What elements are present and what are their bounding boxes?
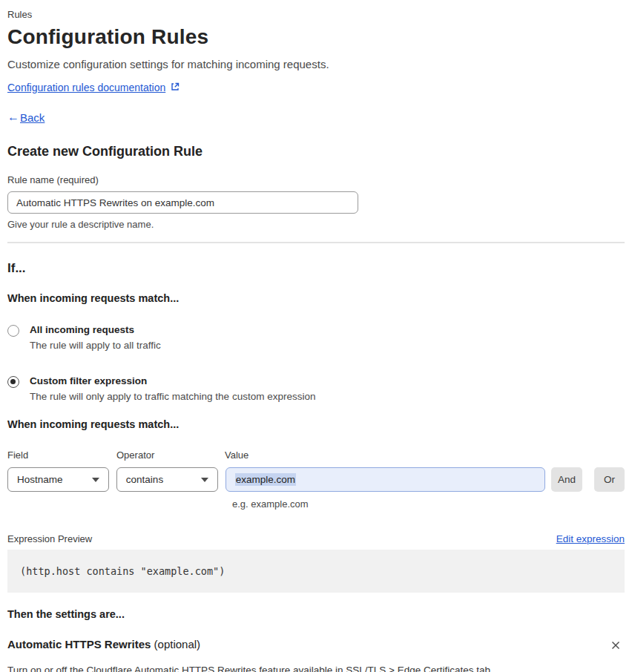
radio-custom-filter-description: The rule will only apply to traffic matc… xyxy=(30,391,315,402)
back-link[interactable]: Back xyxy=(20,111,45,124)
page-title: Configuration Rules xyxy=(7,25,625,49)
rule-name-input[interactable] xyxy=(7,191,358,214)
field-select[interactable]: Hostname xyxy=(7,467,109,492)
expression-builder: Field Operator Value Hostname contains e… xyxy=(7,449,625,510)
back-arrow-icon: ← xyxy=(7,111,19,124)
radio-option-custom-filter[interactable]: Custom filter expression The rule will o… xyxy=(7,375,625,402)
back-link-row: ← Back xyxy=(7,111,625,124)
radio-unchecked-icon[interactable] xyxy=(7,325,19,337)
chevron-down-icon xyxy=(92,478,99,482)
value-input-text: example.com xyxy=(235,473,296,486)
rule-name-label: Rule name (required) xyxy=(7,174,625,185)
expression-preview-code: (http.host contains "example.com") xyxy=(7,550,625,593)
setting-optional-tag: (optional) xyxy=(154,638,201,650)
close-icon[interactable] xyxy=(608,638,623,655)
operator-select[interactable]: contains xyxy=(116,467,218,492)
breadcrumb: Rules xyxy=(7,9,625,20)
external-link-icon xyxy=(171,82,180,93)
builder-section-title: When incoming requests match... xyxy=(7,418,625,430)
radio-all-requests-description: The rule will apply to all traffic xyxy=(30,340,161,351)
page-subtitle: Customize configuration settings for mat… xyxy=(7,58,625,70)
chevron-down-icon xyxy=(201,478,208,482)
documentation-link[interactable]: Configuration rules documentation xyxy=(7,82,165,93)
operator-select-value: contains xyxy=(126,474,163,485)
operator-label: Operator xyxy=(116,449,225,461)
radio-option-all-requests[interactable]: All incoming requests The rule will appl… xyxy=(7,324,625,351)
value-helper: e.g. example.com xyxy=(232,498,625,510)
configuration-rules-page: Rules Configuration Rules Customize conf… xyxy=(0,0,632,672)
expression-preview-header: Expression Preview Edit expression xyxy=(7,533,625,544)
documentation-link-row: Configuration rules documentation xyxy=(7,82,625,93)
setting-header: Automatic HTTPS Rewrites (optional) xyxy=(7,638,625,655)
value-label: Value xyxy=(225,449,248,461)
radio-custom-filter-label: Custom filter expression xyxy=(30,375,315,386)
create-rule-section-title: Create new Configuration Rule xyxy=(7,144,625,159)
if-section-title: If... xyxy=(7,261,625,276)
and-button[interactable]: And xyxy=(551,467,582,492)
setting-description: Turn on or off the Cloudflare Automatic … xyxy=(7,665,625,672)
field-select-value: Hostname xyxy=(17,474,63,485)
field-label: Field xyxy=(7,449,116,461)
section-divider xyxy=(7,242,625,243)
radio-all-requests-label: All incoming requests xyxy=(30,324,161,335)
value-input[interactable]: example.com xyxy=(226,467,545,492)
then-settings-title: Then the settings are... xyxy=(7,608,625,620)
setting-name: Automatic HTTPS Rewrites xyxy=(7,638,151,650)
match-section-title: When incoming requests match... xyxy=(7,292,625,304)
edit-expression-link[interactable]: Edit expression xyxy=(556,533,625,544)
or-button[interactable]: Or xyxy=(594,467,625,492)
rule-name-helper: Give your rule a descriptive name. xyxy=(7,219,625,230)
expression-preview-label: Expression Preview xyxy=(7,533,92,544)
radio-checked-icon[interactable] xyxy=(7,376,19,388)
